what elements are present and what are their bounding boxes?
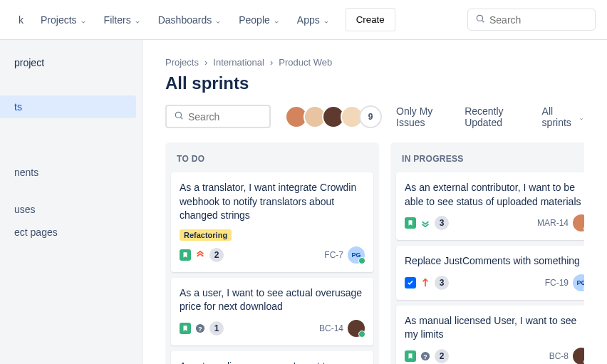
- dropdown-label: All sprints: [542, 105, 576, 128]
- assignee-avatar[interactable]: PG: [573, 274, 584, 291]
- svg-point-0: [477, 15, 482, 21]
- chevron-down-icon: [323, 16, 330, 24]
- priority-icon: [195, 250, 205, 260]
- chevron-down-icon: [134, 16, 141, 24]
- assignee-avatar[interactable]: PG: [348, 246, 365, 264]
- story-icon: [180, 323, 191, 334]
- board-column: IN PROGRESSAs an external contributor, I…: [390, 142, 584, 364]
- issue-key: FC-7: [324, 250, 343, 260]
- svg-text:?: ?: [198, 325, 202, 332]
- priority-icon: ?: [195, 323, 205, 333]
- story-points: 3: [435, 216, 449, 230]
- priority-icon: ?: [420, 351, 430, 361]
- breadcrumb: Projects › International › Product Web: [165, 57, 584, 68]
- column-header: TO DO: [171, 151, 373, 172]
- assignee-avatar[interactable]: [573, 214, 584, 232]
- nav-dashboards[interactable]: Dashboards: [151, 9, 229, 31]
- avatar-overflow-count[interactable]: 9: [359, 105, 382, 128]
- card-title: As a team license owner, I want to use m…: [180, 360, 365, 364]
- nav-apps[interactable]: Apps: [290, 9, 337, 31]
- issue-card[interactable]: As manual licensed User, I want to see m…: [396, 306, 584, 364]
- sidebar-project-label: project: [0, 51, 142, 74]
- board: TO DOAs a translator, I want integrate C…: [165, 142, 584, 364]
- logo-fragment: k: [11, 9, 31, 31]
- sidebar-item[interactable]: ect pages: [0, 221, 142, 244]
- issue-key: FC-19: [545, 278, 569, 288]
- issue-card[interactable]: As a user, I want to see actual overusag…: [171, 278, 373, 345]
- card-title: As a translator, I want integrate Crowdi…: [180, 181, 365, 223]
- search-icon: [475, 14, 485, 26]
- issue-card[interactable]: As a team license owner, I want to use m…: [171, 351, 373, 364]
- chevron-down-icon: [579, 113, 584, 120]
- nav-label: People: [239, 14, 270, 26]
- story-icon: [405, 350, 416, 362]
- issue-card[interactable]: Replace JustComments with something3FC-1…: [396, 246, 584, 300]
- chevron-down-icon: [80, 16, 87, 24]
- issue-card[interactable]: As a translator, I want integrate Crowdi…: [171, 172, 373, 272]
- story-icon: [405, 217, 416, 229]
- chevron-down-icon: [273, 16, 280, 24]
- board-search[interactable]: [165, 105, 271, 128]
- svg-point-1: [175, 112, 181, 118]
- board-column: TO DOAs a translator, I want integrate C…: [165, 142, 379, 364]
- sidebar-active-item[interactable]: ts: [0, 95, 136, 118]
- story-points: 2: [209, 248, 224, 262]
- recently-updated-filter[interactable]: Recently Updated: [465, 105, 527, 128]
- top-navigation: k Projects Filters Dashboards People App…: [0, 0, 607, 40]
- main-content: Projects › International › Product Web A…: [142, 40, 607, 364]
- nav-people[interactable]: People: [232, 9, 287, 31]
- page-title: All sprints: [165, 73, 584, 93]
- nav-label: Projects: [41, 14, 77, 26]
- chevron-right-icon: ›: [204, 57, 207, 68]
- story-points: 2: [435, 349, 449, 363]
- sidebar: project ts nents uses ect pages: [0, 40, 142, 364]
- only-my-issues-filter[interactable]: Only My Issues: [396, 105, 450, 128]
- global-search[interactable]: [467, 9, 596, 31]
- search-input[interactable]: [489, 14, 588, 26]
- card-title: As a user, I want to see actual overusag…: [180, 286, 365, 314]
- breadcrumb-item[interactable]: Projects: [165, 57, 199, 68]
- assignee-filter: 9: [285, 105, 382, 128]
- nav-label: Filters: [104, 14, 131, 26]
- nav-projects[interactable]: Projects: [33, 9, 94, 31]
- filter-row: 9 Only My Issues Recently Updated All sp…: [165, 105, 584, 128]
- card-title: Replace JustComments with something: [405, 254, 584, 269]
- story-points: 1: [209, 321, 224, 336]
- issue-card[interactable]: As an external contributor, I want to be…: [396, 172, 584, 240]
- breadcrumb-item[interactable]: International: [213, 57, 264, 68]
- assignee-avatar[interactable]: [573, 348, 584, 364]
- sprint-dropdown[interactable]: All sprints: [542, 105, 584, 128]
- card-title: As manual licensed User, I want to see m…: [405, 314, 584, 342]
- nav-filters[interactable]: Filters: [97, 9, 148, 31]
- priority-icon: [420, 218, 430, 228]
- card-title: As an external contributor, I want to be…: [405, 181, 584, 209]
- search-icon: [174, 110, 184, 123]
- task-icon: [405, 277, 416, 288]
- chevron-right-icon: ›: [270, 57, 273, 68]
- issue-key: BC-8: [549, 351, 569, 361]
- priority-icon: [420, 278, 430, 288]
- breadcrumb-item[interactable]: Product Web: [279, 57, 332, 68]
- nav-label: Apps: [297, 14, 320, 26]
- issue-key: MAR-14: [537, 218, 569, 228]
- create-button[interactable]: Create: [346, 8, 395, 31]
- board-search-input[interactable]: [188, 111, 262, 123]
- nav-label: Dashboards: [158, 14, 212, 26]
- assignee-avatar[interactable]: [348, 320, 365, 337]
- svg-text:?: ?: [423, 353, 427, 360]
- card-tag: Refactoring: [180, 229, 232, 241]
- story-icon: [180, 249, 191, 261]
- chevron-down-icon: [214, 16, 222, 24]
- sidebar-item[interactable]: nents: [0, 161, 142, 184]
- issue-key: BC-14: [319, 323, 343, 333]
- sidebar-item[interactable]: uses: [0, 198, 142, 221]
- story-points: 3: [435, 276, 449, 290]
- column-header: IN PROGRESS: [396, 151, 584, 172]
